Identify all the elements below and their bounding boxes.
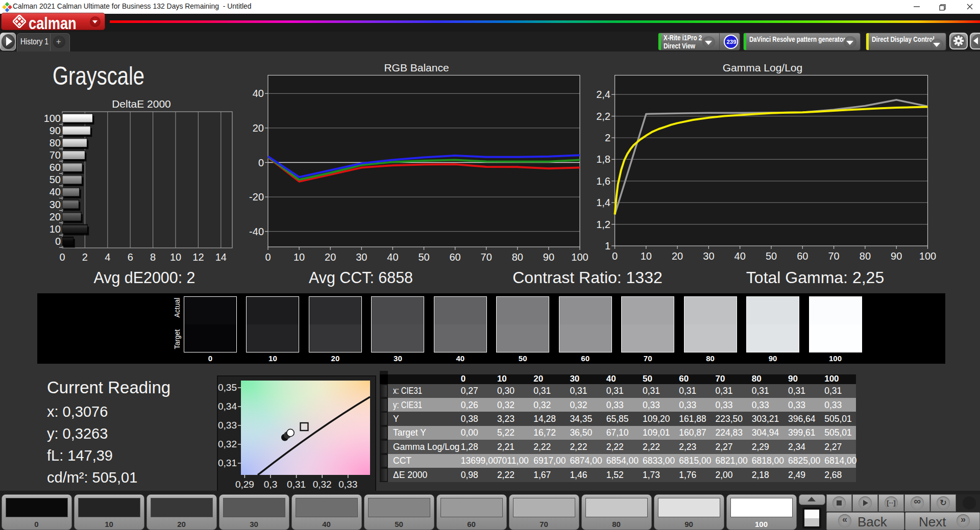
svg-text:12: 12 <box>192 251 204 263</box>
svg-text:30: 30 <box>356 251 367 263</box>
svg-text:0: 0 <box>59 251 65 263</box>
svg-text:RGB Balance: RGB Balance <box>384 62 449 73</box>
svg-text:-20: -20 <box>249 191 264 203</box>
svg-text:2: 2 <box>82 251 88 263</box>
svg-text:20: 20 <box>325 251 336 263</box>
svg-text:10: 10 <box>641 250 652 262</box>
svg-text:0,3: 0,3 <box>264 479 277 490</box>
svg-text:0,32: 0,32 <box>313 479 332 490</box>
svg-text:0: 0 <box>612 250 618 262</box>
svg-text:0,35: 0,35 <box>218 382 237 393</box>
svg-text:0,34: 0,34 <box>218 401 237 412</box>
svg-text:0,33: 0,33 <box>338 479 357 490</box>
svg-text:70: 70 <box>50 149 61 161</box>
svg-text:4: 4 <box>105 251 110 263</box>
svg-text:50: 50 <box>766 250 777 262</box>
svg-text:0: 0 <box>258 157 264 168</box>
svg-text:-40: -40 <box>249 226 264 237</box>
svg-text:14: 14 <box>215 251 227 263</box>
svg-text:10: 10 <box>50 223 61 235</box>
svg-text:0,31: 0,31 <box>218 458 237 468</box>
svg-text:100: 100 <box>919 250 936 262</box>
svg-text:1,4: 1,4 <box>596 197 610 208</box>
svg-text:1,8: 1,8 <box>596 154 610 165</box>
svg-text:100: 100 <box>571 251 588 263</box>
svg-text:90: 90 <box>891 250 902 262</box>
svg-text:0: 0 <box>265 251 271 263</box>
svg-text:40: 40 <box>253 88 264 99</box>
svg-text:2,2: 2,2 <box>596 111 610 122</box>
svg-text:50: 50 <box>50 174 61 185</box>
svg-text:0,31: 0,31 <box>287 479 306 490</box>
svg-text:40: 40 <box>734 250 746 262</box>
svg-text:0,29: 0,29 <box>235 479 254 490</box>
svg-text:2: 2 <box>605 132 610 143</box>
svg-text:2,4: 2,4 <box>596 89 610 100</box>
svg-text:40: 40 <box>387 251 398 263</box>
svg-text:70: 70 <box>828 250 839 262</box>
svg-text:DeltaE 2000: DeltaE 2000 <box>112 98 171 110</box>
svg-text:0,32: 0,32 <box>218 439 237 449</box>
svg-text:0,33: 0,33 <box>218 420 237 431</box>
svg-text:1,6: 1,6 <box>596 175 610 187</box>
svg-text:0: 0 <box>55 236 61 247</box>
svg-text:6: 6 <box>128 251 133 263</box>
svg-text:90: 90 <box>50 125 61 136</box>
svg-text:60: 60 <box>797 250 808 262</box>
svg-text:1: 1 <box>605 240 610 251</box>
svg-text:10: 10 <box>293 251 305 263</box>
svg-text:Gamma Log/Log: Gamma Log/Log <box>723 62 802 73</box>
svg-text:1,2: 1,2 <box>596 219 610 230</box>
svg-text:20: 20 <box>253 122 264 134</box>
svg-text:8: 8 <box>150 251 156 263</box>
svg-text:60: 60 <box>449 251 460 263</box>
svg-text:70: 70 <box>481 251 492 263</box>
svg-text:30: 30 <box>703 250 714 262</box>
svg-text:30: 30 <box>50 199 61 210</box>
svg-text:60: 60 <box>50 162 61 173</box>
svg-text:20: 20 <box>50 211 61 222</box>
svg-text:80: 80 <box>512 251 523 263</box>
svg-text:40: 40 <box>50 186 61 197</box>
svg-text:90: 90 <box>543 251 554 263</box>
svg-text:80: 80 <box>50 137 61 148</box>
svg-text:20: 20 <box>672 250 683 262</box>
svg-text:50: 50 <box>418 251 429 263</box>
svg-text:10: 10 <box>170 251 181 263</box>
svg-text:100: 100 <box>44 113 61 124</box>
svg-text:80: 80 <box>860 250 871 262</box>
